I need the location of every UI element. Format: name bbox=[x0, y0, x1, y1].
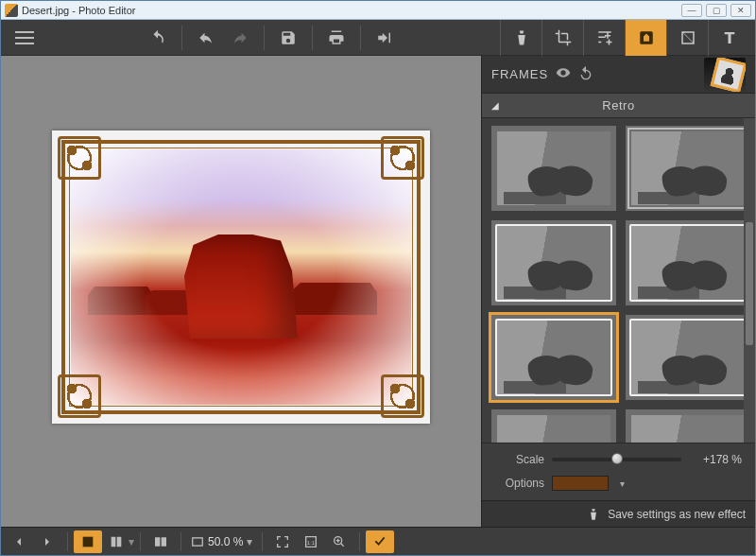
save-preset-label: Save settings as new effect bbox=[608, 508, 746, 521]
avatar-preview bbox=[704, 58, 746, 92]
close-button[interactable]: ✕ bbox=[730, 4, 751, 17]
undo-all-button[interactable] bbox=[142, 24, 174, 52]
category-label: Retro bbox=[602, 98, 634, 113]
zoom-control[interactable]: 50.0 % ▾ bbox=[187, 535, 256, 548]
bottombar: ▾ 50.0 % ▾ 1:1 bbox=[1, 527, 755, 555]
panel-header: FRAMES bbox=[482, 56, 755, 94]
app-logo-icon bbox=[5, 4, 18, 17]
preview-image bbox=[52, 130, 430, 424]
svg-text:1:1: 1:1 bbox=[307, 539, 316, 545]
frames-panel: FRAMES ◢ Retro bbox=[481, 56, 755, 527]
titlebar: Desert.jpg - Photo Editor — ▢ ✕ bbox=[1, 1, 755, 20]
zoom-fit-button[interactable] bbox=[268, 530, 297, 553]
prev-image-button[interactable] bbox=[5, 530, 33, 553]
flask-icon bbox=[587, 508, 600, 521]
frame-thumb[interactable] bbox=[491, 315, 616, 400]
chevron-down-icon[interactable]: ▾ bbox=[129, 535, 134, 548]
frames-gallery bbox=[482, 118, 755, 443]
before-after-button[interactable] bbox=[146, 530, 175, 553]
tab-effects[interactable] bbox=[500, 20, 541, 56]
canvas-area[interactable] bbox=[1, 56, 481, 527]
zoom-in-button[interactable] bbox=[325, 530, 353, 553]
tab-adjust[interactable] bbox=[583, 20, 625, 56]
toolbar-separator bbox=[360, 26, 361, 50]
maximize-button[interactable]: ▢ bbox=[706, 4, 727, 17]
slider-knob[interactable] bbox=[611, 453, 623, 464]
frame-controls: Scale +178 % Options ▾ bbox=[482, 443, 755, 500]
top-toolbar bbox=[1, 20, 755, 56]
save-button[interactable] bbox=[272, 24, 304, 52]
panel-title: FRAMES bbox=[491, 67, 548, 81]
gallery-scrollbar[interactable] bbox=[744, 118, 755, 443]
toolbar-separator bbox=[264, 26, 265, 50]
frame-thumb[interactable] bbox=[491, 409, 616, 443]
color-swatch[interactable] bbox=[552, 476, 609, 491]
save-preset-button[interactable]: Save settings as new effect bbox=[482, 500, 755, 527]
scrollbar-thumb[interactable] bbox=[746, 222, 753, 345]
zoom-100-button[interactable]: 1:1 bbox=[297, 530, 325, 553]
toolbar-separator bbox=[312, 26, 313, 50]
minimize-button[interactable]: — bbox=[681, 4, 702, 17]
menu-button[interactable] bbox=[7, 24, 43, 52]
dropdown-triangle-icon: ◢ bbox=[491, 100, 500, 111]
frame-thumb[interactable] bbox=[491, 220, 616, 305]
frame-thumb[interactable] bbox=[626, 220, 750, 305]
category-selector[interactable]: ◢ Retro bbox=[482, 94, 755, 118]
next-image-button[interactable] bbox=[33, 530, 61, 553]
frame-thumb[interactable] bbox=[626, 315, 750, 400]
tab-crop[interactable] bbox=[541, 20, 583, 56]
zoom-value: 50.0 % bbox=[208, 535, 243, 548]
scale-slider[interactable] bbox=[552, 458, 681, 461]
frame-thumb[interactable] bbox=[626, 409, 750, 443]
tab-text[interactable] bbox=[708, 20, 749, 56]
main-area: FRAMES ◢ Retro bbox=[1, 56, 755, 527]
tab-textures[interactable] bbox=[666, 20, 708, 56]
compare-single-button[interactable] bbox=[74, 530, 102, 553]
zoom-rect-icon bbox=[191, 535, 204, 548]
window-title: Desert.jpg - Photo Editor bbox=[22, 5, 678, 16]
visibility-toggle-icon[interactable] bbox=[556, 65, 571, 83]
compare-split-button[interactable] bbox=[102, 530, 130, 553]
frame-thumb[interactable] bbox=[626, 126, 750, 211]
chevron-down-icon[interactable]: ▾ bbox=[620, 478, 625, 489]
chevron-down-icon[interactable]: ▾ bbox=[247, 535, 252, 548]
frame-thumb[interactable] bbox=[491, 126, 616, 211]
redo-button[interactable] bbox=[224, 24, 256, 52]
apply-button[interactable] bbox=[366, 530, 394, 553]
options-label: Options bbox=[495, 477, 544, 490]
panel-reset-icon[interactable] bbox=[578, 65, 593, 83]
export-button[interactable] bbox=[369, 24, 401, 52]
scale-value: +178 % bbox=[689, 453, 742, 466]
print-button[interactable] bbox=[320, 24, 352, 52]
undo-button[interactable] bbox=[190, 24, 222, 52]
toolbar-separator bbox=[181, 26, 182, 50]
scale-label: Scale bbox=[495, 453, 544, 466]
tab-frames[interactable] bbox=[625, 20, 666, 56]
